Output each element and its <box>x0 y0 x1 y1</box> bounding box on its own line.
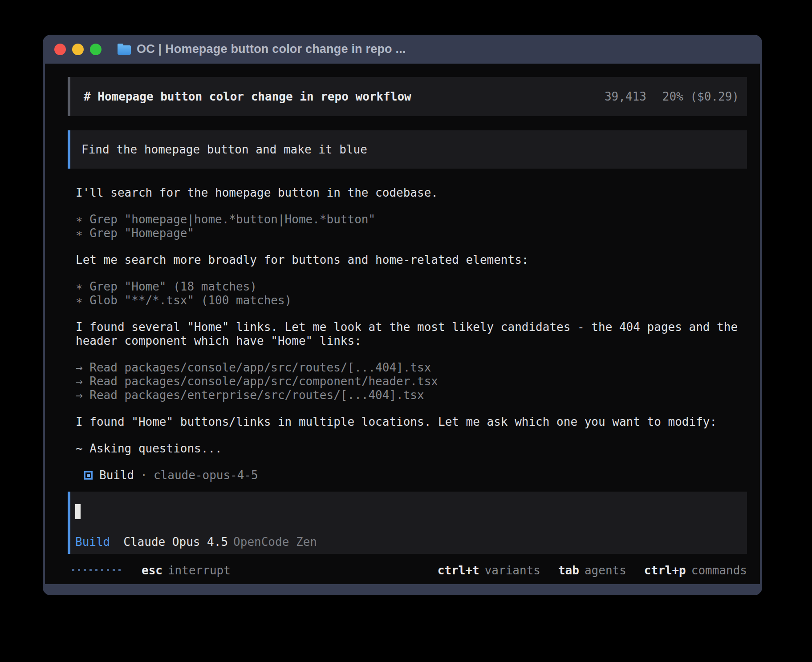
agent-separator: · <box>140 468 147 482</box>
tool-call-group: ∗ Grep "Home" (18 matches)∗ Glob "**/*.t… <box>76 280 747 307</box>
text-line: ∗ Grep "Home" (18 matches) <box>76 280 747 294</box>
user-message: Find the homepage button and make it blu… <box>68 130 747 169</box>
key: ctrl+t <box>438 564 479 577</box>
key-label: variants <box>485 564 540 577</box>
text-line: I'll search for the homepage button in t… <box>76 186 747 200</box>
status-bar-right: ctrl+tvariantstabagentsctrl+pcommands <box>420 564 747 577</box>
input-model[interactable]: Claude Opus 4.5 <box>123 535 228 549</box>
text-line: → Read packages/console/app/src/routes/[… <box>76 361 747 375</box>
assistant-text: I found "Home" buttons/links in multiple… <box>76 415 747 429</box>
spinner <box>72 569 124 571</box>
token-count: 39,413 <box>605 90 646 103</box>
agent-name: Build <box>99 468 134 482</box>
shortcut-ctrl-p: ctrl+pcommands <box>644 564 747 577</box>
input-provider: OpenCode Zen <box>233 535 317 549</box>
assistant-text: I'll search for the homepage button in t… <box>76 186 747 200</box>
status-bar: esc interrupt ctrl+tvariantstabagentsctr… <box>68 563 747 577</box>
text-line: ~ Asking questions... <box>76 442 747 456</box>
shortcut-esc: esc interrupt <box>142 564 231 577</box>
spinner-dot <box>84 569 86 571</box>
text-cursor <box>75 504 81 519</box>
agent-status-line: Build · claude-opus-4-5 <box>84 468 747 482</box>
spinner-dot <box>101 569 103 571</box>
text-line: → Read packages/console/app/src/componen… <box>76 375 747 388</box>
spinner-dot <box>113 569 115 571</box>
assistant-text: Let me search more broadly for buttons a… <box>76 253 747 267</box>
key: ctrl+p <box>644 564 686 577</box>
session-title: # Homepage button color change in repo w… <box>84 90 411 103</box>
square-in-square-icon <box>84 471 93 480</box>
titlebar: OC | Homepage button color change in rep… <box>43 35 762 64</box>
terminal-content: # Homepage button color change in repo w… <box>45 64 760 584</box>
spinner-dot <box>107 569 109 571</box>
close-button[interactable] <box>54 44 66 55</box>
session-header: # Homepage button color change in repo w… <box>68 77 747 116</box>
session-metrics: 39,413 20% ($0.29) <box>605 90 739 103</box>
conversation: I'll search for the homepage button in t… <box>76 186 747 468</box>
key-label: commands <box>691 564 747 577</box>
user-message-text: Find the homepage button and make it blu… <box>81 143 367 156</box>
context-usage: 20% ($0.29) <box>662 90 739 103</box>
spinner-dot <box>89 569 92 571</box>
assistant-text: I found several "Home" links. Let me loo… <box>76 320 747 348</box>
text-line: Let me search more broadly for buttons a… <box>76 253 747 267</box>
tool-call-group: → Read packages/console/app/src/routes/[… <box>76 361 747 402</box>
terminal-window: OC | Homepage button color change in rep… <box>43 35 762 595</box>
text-line: I found "Home" buttons/links in multiple… <box>76 415 747 429</box>
text-line: ∗ Grep "homepage|home.*button|Home.*butt… <box>76 213 747 226</box>
text-line: I found several "Home" links. Let me loo… <box>76 320 747 334</box>
agent-model: claude-opus-4-5 <box>154 468 258 482</box>
prompt-input[interactable]: Build Claude Opus 4.5 OpenCode Zen <box>68 492 747 554</box>
zoom-button[interactable] <box>90 44 102 55</box>
key-esc-label: interrupt <box>168 564 231 577</box>
text-line: header component which have "Home" links… <box>76 334 747 348</box>
spinner-dot <box>78 569 80 571</box>
key-esc: esc <box>142 564 162 577</box>
tool-call-group: ∗ Grep "homepage|home.*button|Home.*butt… <box>76 213 747 240</box>
spinner-dot <box>95 569 97 571</box>
folder-icon <box>118 45 131 55</box>
window-title: OC | Homepage button color change in rep… <box>137 42 406 56</box>
window-footer <box>43 584 762 595</box>
shortcut-tab: tabagents <box>558 564 626 577</box>
input-meta: Build Claude Opus 4.5 OpenCode Zen <box>75 535 747 549</box>
text-line: → Read packages/enterprise/src/routes/[.… <box>76 388 747 402</box>
spinner-dot <box>72 569 74 571</box>
key-label: agents <box>585 564 626 577</box>
spinner-dot <box>118 569 121 571</box>
text-line: ∗ Glob "**/*.tsx" (100 matches) <box>76 294 747 307</box>
shortcut-ctrl-t: ctrl+tvariants <box>438 564 540 577</box>
text-line: ∗ Grep "Homepage" <box>76 226 747 240</box>
minimize-button[interactable] <box>72 44 84 55</box>
assistant-text: ~ Asking questions... <box>76 442 747 456</box>
input-mode[interactable]: Build <box>75 535 110 549</box>
key: tab <box>558 564 579 577</box>
